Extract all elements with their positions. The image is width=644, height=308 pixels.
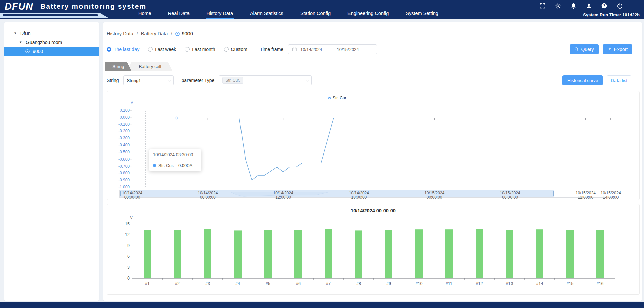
bar-5[interactable] [264,230,272,278]
string-select[interactable]: String1 [123,75,174,85]
radio-label: Last month [192,47,215,52]
nav-item-real-data[interactable]: Real Data [167,10,190,19]
breadcrumb-battery-data[interactable]: Battery Data [141,31,168,36]
breadcrumb-separator: / [137,31,138,36]
bar-y-tick-label: 9 [127,243,130,248]
breadcrumb: History Data / Battery Data / 9000 [107,31,193,36]
export-button[interactable]: Export [603,44,632,54]
radio-circle-icon[interactable] [148,47,153,52]
bar-x-tick-label: #1 [145,281,150,286]
station-tree-panel: ▾Dfun▾Guangzhou room9000 [4,22,99,301]
breadcrumb-device-label: 9000 [182,31,193,36]
bar-8[interactable] [355,230,362,278]
datazoom-left-handle[interactable] [118,191,121,196]
tree-node-label: 9000 [33,49,43,54]
bar-16[interactable] [596,230,604,278]
line-y-tick-label: 0.100 [120,108,130,113]
datazoom-right-handle[interactable] [553,191,556,196]
line-y-tick-label: -0.500 [118,150,130,155]
date-start-value[interactable]: 10/14/2024 [300,47,322,52]
date-end-value[interactable]: 10/15/2024 [337,47,359,52]
power-icon[interactable] [616,3,623,9]
date-range-dash: - [329,47,330,52]
bar-x-tick-label: #11 [446,281,452,286]
radio-label: Custom [231,47,247,52]
notifications-icon[interactable] [570,3,577,9]
time-range-radio-group: The last dayLast weekLast monthCustom [107,47,256,52]
footer-bar [0,302,644,308]
date-range-picker[interactable]: 10/14/2024 - 10/15/2024 [288,44,377,54]
radio-the-last-day[interactable]: The last day [107,47,139,52]
breadcrumb-device: 9000 [175,31,193,36]
search-icon [574,47,579,52]
radio-circle-icon[interactable] [185,47,190,52]
tree-node-9000[interactable]: 9000 [4,47,99,56]
bar-14[interactable] [536,229,543,278]
time-frame-label: Time frame [260,47,283,52]
view-toggle-buttons: Historical curve Data list [562,75,631,85]
query-button[interactable]: Query [570,44,598,54]
nav-item-system-setting[interactable]: System Setting [405,10,439,19]
hover-point-marker [175,117,177,119]
bar-x-tick-label: #3 [205,281,210,286]
datazoom-slider[interactable] [119,190,615,198]
historical-curve-button[interactable]: Historical curve [562,75,603,85]
nav-item-alarm-statistics[interactable]: Alarm Statistics [249,10,284,19]
bar-7[interactable] [325,229,332,278]
string-select-label: String [107,78,119,83]
bar-4[interactable] [234,230,241,278]
legend-str-cur[interactable]: Str. Cur. [328,96,347,100]
caret-down-icon[interactable]: ▾ [20,40,23,44]
radio-custom[interactable]: Custom [224,47,247,52]
help-icon[interactable]: ? [601,3,607,9]
datazoom-selected-range[interactable] [120,190,554,197]
breadcrumb-history-data[interactable]: History Data [107,31,133,36]
nav-item-engineering-config[interactable]: Engineering Config [347,10,389,19]
tree-node-guangzhou-room[interactable]: ▾Guangzhou room [4,38,99,47]
tab-battery-cell[interactable]: Battery cell [127,62,173,71]
parameter-type-select[interactable]: Str. Cur. [219,75,312,85]
export-icon [607,47,612,52]
radio-circle-icon[interactable] [107,47,111,52]
data-list-button[interactable]: Data list [607,75,631,85]
bar-x-tick-label: #8 [356,281,361,286]
series-str-cur-line [132,118,611,180]
bar-9[interactable] [385,230,392,278]
radio-circle-icon[interactable] [224,47,229,52]
bar-3[interactable] [204,229,211,278]
user-icon[interactable] [586,3,592,9]
nav-item-history-data[interactable]: History Data [206,10,234,19]
bar-chart-plot: 15129630#1#2#3#4#5#6#7#8#9#10#11#12#13#1… [107,204,640,295]
radio-last-month[interactable]: Last month [185,47,215,52]
bar-x-tick-label: #2 [175,281,180,286]
bar-11[interactable] [445,229,453,278]
tooltip-series-name: Str. Cur. [158,163,174,168]
header-ribbon-decor [0,13,108,18]
tree-node-dfun[interactable]: ▾Dfun [4,28,99,38]
bar-10[interactable] [415,229,423,278]
action-buttons: Query Export [570,44,632,54]
device-icon [25,49,30,54]
tooltip-title: 10/14/2024 03:30:00 [153,152,197,160]
line-y-tick-label: -0.200 [118,129,130,133]
bar-12[interactable] [476,229,483,278]
brightness-icon[interactable] [555,3,561,9]
radio-last-week[interactable]: Last week [148,47,176,52]
nav-item-station-config[interactable]: Station Config [300,10,331,19]
bar-6[interactable] [294,230,302,278]
fullscreen-icon[interactable] [539,3,546,9]
line-y-tick-label: -0.900 [118,178,130,182]
parameter-type-label: parameter Type [182,78,215,83]
caret-down-icon[interactable]: ▾ [14,31,18,35]
bar-x-tick-label: #9 [386,281,391,286]
line-y-tick-label: 0.000 [120,115,130,120]
bar-2[interactable] [174,230,181,278]
bar-x-tick-label: #4 [235,281,240,286]
nav-item-home[interactable]: Home [138,10,152,19]
historical-curve-chart: Str. Cur. A 0.1000.000-0.100-0.200-0.300… [107,91,640,200]
bar-13[interactable] [506,230,513,278]
bar-15[interactable] [566,230,574,278]
line-chart-y-unit: A [127,101,133,105]
tab-string[interactable]: String [105,62,132,71]
bar-1[interactable] [144,230,151,278]
